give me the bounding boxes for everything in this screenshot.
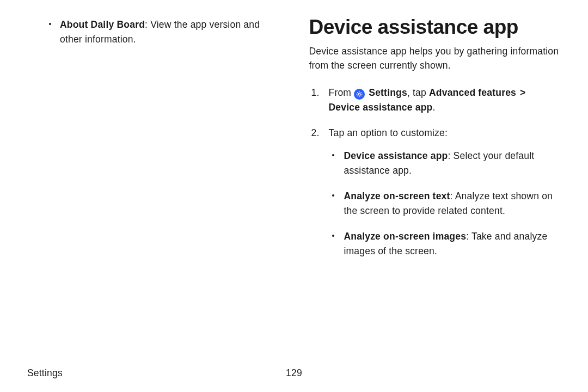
section-heading: Device assistance app <box>309 16 561 39</box>
footer-section-label: Settings <box>27 367 63 378</box>
page-footer: Settings 129 <box>27 367 561 379</box>
path-segment-label: Device assistance app <box>329 102 433 113</box>
settings-label: Settings <box>369 87 407 98</box>
list-item: About Daily Board: View the app version … <box>27 17 279 47</box>
step-2: Tap an option to customize: Device assis… <box>309 126 561 259</box>
page-number: 129 <box>286 367 302 379</box>
term-label: About Daily Board <box>60 19 145 30</box>
step-text-from: From <box>329 87 354 98</box>
list-item: Analyze on-screen images: Take and analy… <box>329 229 561 259</box>
section-intro: Device assistance app helps you by gathe… <box>309 44 561 73</box>
svg-point-0 <box>358 93 360 95</box>
page-body: About Daily Board: View the app version … <box>0 0 588 270</box>
term-label: Device assistance app <box>344 150 448 161</box>
bullet-icon <box>49 23 51 25</box>
left-column: About Daily Board: View the app version … <box>27 16 279 270</box>
term-label: Analyze on-screen text <box>344 191 450 201</box>
list-item: Device assistance app: Select your defau… <box>329 149 561 178</box>
ordered-list: From Settings, tap Advanced features > D… <box>309 85 561 259</box>
settings-gear-icon <box>354 89 365 100</box>
step-text-dot: . <box>432 102 435 113</box>
sub-bullet-list: Device assistance app: Select your defau… <box>329 149 561 259</box>
term-label: Analyze on-screen images <box>344 231 467 242</box>
step-text-tap: , tap <box>407 87 429 98</box>
step-2-lead: Tap an option to customize: <box>329 127 448 138</box>
list-item-text: About Daily Board: View the app version … <box>60 17 279 47</box>
list-item: Analyze on-screen text: Analyze text sho… <box>329 189 561 218</box>
advanced-features-label: Advanced features <box>429 87 516 98</box>
right-column: Device assistance app Device assistance … <box>309 16 561 270</box>
step-1: From Settings, tap Advanced features > D… <box>309 85 561 115</box>
chevron-right-icon: > <box>517 87 525 98</box>
